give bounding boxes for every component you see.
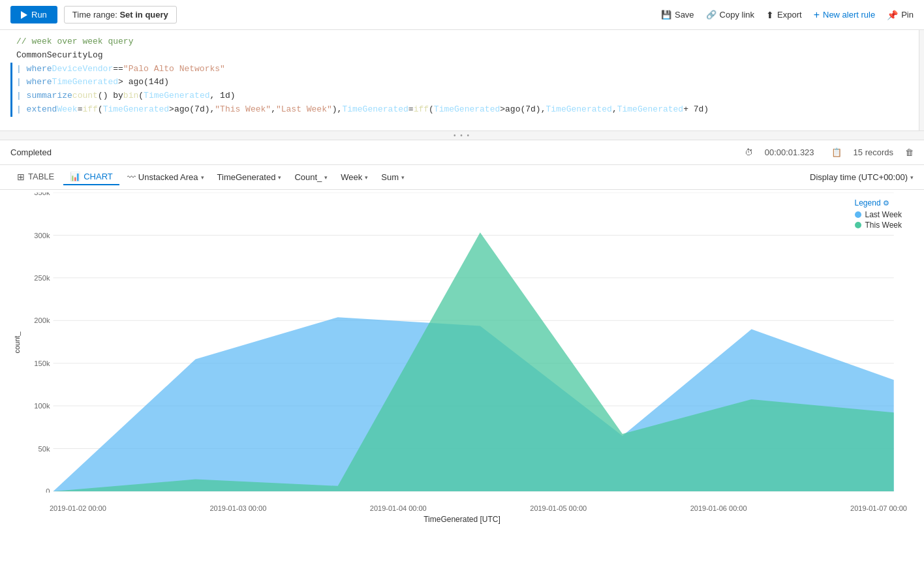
display-time-label: Display time (UTC+00:00) — [810, 172, 908, 182]
y-axis-title: count_ — [13, 331, 21, 353]
chart-svg: 350k 300k 250k 200k 150k 100k 50k 0 — [27, 192, 907, 493]
status-right: ⏱ 00:00:01.323 📋 15 records 🗑 — [745, 147, 914, 157]
chevron-down-icon: ▾ — [401, 174, 405, 181]
export-icon: ⬆ — [766, 10, 774, 20]
save-button[interactable]: 💾 Save — [661, 10, 694, 20]
chart-type-dropdown[interactable]: 〰 Unstacked Area ▾ — [122, 170, 209, 185]
view-tabs: ⊞ TABLE 📊 CHART 〰 Unstacked Area ▾ TimeG… — [0, 165, 924, 190]
copy-link-button[interactable]: 🔗 Copy link — [706, 10, 754, 20]
pin-button[interactable]: 📌 Pin — [887, 10, 914, 20]
chevron-down-icon: ▾ — [910, 174, 914, 181]
svg-text:250k: 250k — [34, 274, 50, 282]
code-line-4: | where TimeGenerated > ago(14d) — [10, 76, 914, 89]
display-time-dropdown[interactable]: Display time (UTC+00:00) ▾ — [810, 172, 914, 182]
new-alert-label: New alert rule — [823, 10, 875, 20]
code-line-6: | extend Week = iff(TimeGenerated>ago(7d… — [10, 103, 914, 117]
view-tabs-left: ⊞ TABLE 📊 CHART 〰 Unstacked Area ▾ TimeG… — [10, 169, 410, 186]
aggregation-dropdown[interactable]: Sum ▾ — [376, 170, 410, 185]
svg-text:350k: 350k — [34, 192, 50, 196]
x-axis-title: TimeGenerated [UTC] — [10, 515, 914, 524]
resize-handle[interactable]: • • • — [0, 131, 924, 140]
export-label: Export — [777, 10, 802, 20]
svg-text:0: 0 — [46, 487, 50, 493]
svg-text:150k: 150k — [34, 360, 50, 367]
legend-item-last-week: Last Week — [855, 210, 902, 219]
chevron-down-icon: ▾ — [201, 174, 204, 181]
chart-icon: 📊 — [70, 172, 80, 181]
svg-text:200k: 200k — [34, 316, 50, 324]
chevron-down-icon: ▾ — [278, 174, 281, 181]
svg-text:300k: 300k — [34, 231, 50, 239]
status-completed: Completed — [10, 147, 52, 157]
table-icon: ⊞ — [17, 172, 25, 182]
code-line-2: CommonSecurityLog — [10, 49, 914, 63]
delete-icon[interactable]: 🗑 — [905, 147, 914, 157]
code-line-3: | where DeviceVendor == "Palo Alto Netwo… — [10, 63, 914, 76]
play-icon — [21, 11, 27, 19]
save-label: Save — [675, 10, 694, 20]
tab-table[interactable]: ⊞ TABLE — [10, 169, 61, 186]
legend-dot-this-week — [855, 222, 861, 228]
svg-text:100k: 100k — [34, 402, 50, 410]
chart-legend: Legend ⚙ Last Week This Week — [850, 196, 907, 234]
export-button[interactable]: ⬆ Export — [766, 10, 802, 20]
copy-link-icon: 🔗 — [706, 10, 716, 20]
clock-icon: ⏱ — [745, 147, 753, 157]
split-dropdown[interactable]: Week ▾ — [335, 170, 373, 185]
run-button[interactable]: Run — [10, 6, 57, 23]
x-axis-labels: 2019-01-02 00:00 2019-01-03 00:00 2019-0… — [50, 504, 907, 512]
code-editor[interactable]: // week over week query CommonSecurityLo… — [0, 30, 924, 131]
vertical-scrollbar[interactable] — [919, 30, 924, 130]
new-alert-icon: + — [814, 9, 820, 21]
legend-settings-icon: ⚙ — [883, 199, 889, 207]
status-time: 00:00:01.323 — [765, 147, 814, 157]
toolbar-right: 💾 Save 🔗 Copy link ⬆ Export + New alert … — [661, 9, 914, 21]
y-axis-dropdown[interactable]: Count_ ▾ — [289, 170, 333, 185]
chevron-down-icon: ▾ — [365, 174, 368, 181]
status-records: 15 records — [854, 147, 893, 157]
code-line-5: | summarize count() by bin(TimeGenerated… — [10, 89, 914, 103]
time-range-button[interactable]: Time range: Set in query — [64, 6, 177, 23]
code-line-1: // week over week query — [10, 35, 914, 49]
legend-title[interactable]: Legend ⚙ — [855, 198, 902, 207]
chart-plot-area[interactable]: 350k 300k 250k 200k 150k 100k 50k 0 — [27, 192, 907, 493]
svg-text:50k: 50k — [38, 445, 50, 453]
pin-label: Pin — [901, 10, 914, 20]
records-icon: 📋 — [831, 147, 842, 157]
chevron-down-icon: ▾ — [324, 174, 328, 181]
time-range-value: Set in query — [119, 10, 168, 20]
time-range-label: Time range: — [72, 10, 117, 20]
chart-area: Legend ⚙ Last Week This Week count_ 3 — [10, 192, 914, 525]
legend-item-this-week: This Week — [855, 221, 902, 230]
y-axis-title-container: count_ — [10, 192, 23, 493]
save-icon: 💾 — [661, 10, 671, 20]
x-axis-dropdown[interactable]: TimeGenerated ▾ — [212, 170, 287, 185]
tab-chart[interactable]: 📊 CHART — [63, 169, 119, 185]
toolbar: Run Time range: Set in query 💾 Save 🔗 Co… — [0, 0, 924, 30]
legend-dot-last-week — [855, 211, 861, 218]
status-bar: Completed ⏱ 00:00:01.323 📋 15 records 🗑 — [0, 140, 924, 165]
copy-link-label: Copy link — [720, 10, 754, 20]
toolbar-left: Run Time range: Set in query — [10, 6, 177, 23]
new-alert-button[interactable]: + New alert rule — [814, 9, 876, 21]
run-label: Run — [31, 10, 47, 20]
area-chart-icon: 〰 — [127, 172, 136, 182]
pin-icon: 📌 — [887, 10, 898, 20]
